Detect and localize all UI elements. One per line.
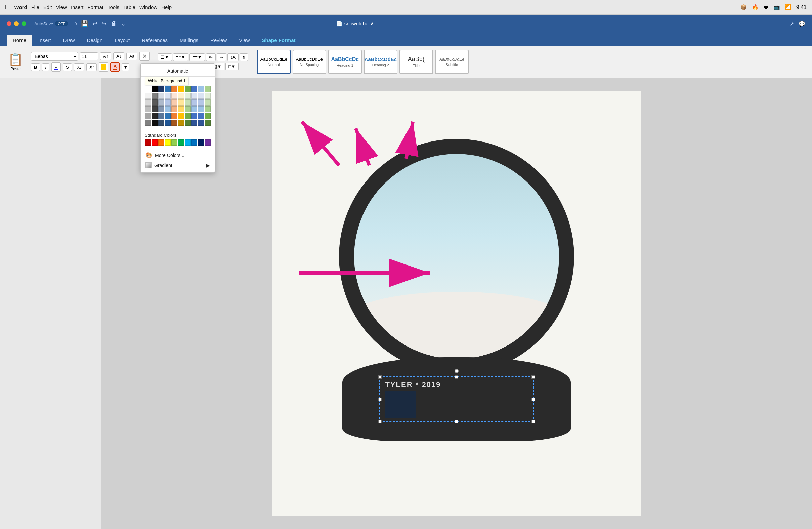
share-icon[interactable]: ↗ [789,20,794,27]
cp-shade-3-9[interactable] [198,106,204,112]
minimize-button[interactable] [14,21,19,26]
cp-std-orange[interactable] [158,140,164,145]
cp-std-purple[interactable] [205,140,211,145]
multilevel-list-button[interactable]: ≡≡▼ [189,54,205,61]
cp-shade-1-3[interactable] [158,93,164,99]
cp-shade-2-4[interactable] [164,99,171,105]
numbered-list-button[interactable]: ≡#▼ [173,54,188,61]
change-case-button[interactable]: Aa [126,53,137,60]
cp-color-gold[interactable] [178,86,184,92]
style-subtitle[interactable]: AaBbCcDdEe Subtitle [435,50,469,74]
cp-shade-5-3[interactable] [158,120,164,126]
autosave-toggle[interactable]: OFF [55,21,68,26]
cp-shade-3-4[interactable] [164,106,171,112]
cp-shade-4-8[interactable] [191,113,198,119]
handle-tm[interactable] [455,375,458,379]
tab-home[interactable]: Home [7,34,32,46]
cp-shade-5-5[interactable] [171,120,177,126]
cp-color-green[interactable] [185,86,191,92]
style-heading1[interactable]: AaBbCcDc Heading 1 [328,50,362,74]
font-color-dropdown-button[interactable]: ▼ [121,63,129,71]
decrease-indent-button[interactable]: ⇤ [206,54,216,61]
cp-shade-1-8[interactable] [191,93,198,99]
window-menu[interactable]: Window [140,4,157,10]
cp-shade-5-7[interactable] [185,120,191,126]
cp-color-white[interactable]: White, Background 1 [145,86,151,92]
cp-shade-1-6[interactable] [178,93,184,99]
cp-shade-4-4[interactable] [164,113,171,119]
cp-std-dark-red[interactable] [145,140,151,145]
tab-design[interactable]: Design [81,34,109,46]
cp-color-orange[interactable] [171,86,177,92]
style-title[interactable]: AaBb( Title [400,50,433,74]
handle-bl[interactable] [378,420,382,423]
app-name-menu[interactable]: Word [14,4,27,10]
cp-shade-3-5[interactable] [171,106,177,112]
cp-std-light-blue[interactable] [185,140,191,145]
redo-icon[interactable]: ↪ [101,20,106,27]
text-highlight-button[interactable]: A [99,62,108,72]
cp-color-light-green-2[interactable] [205,86,211,92]
cp-shade-3-3[interactable] [158,106,164,112]
selected-text-box[interactable]: TYLER * 2019 [379,376,534,422]
insert-menu[interactable]: Insert [71,4,84,10]
paste-button[interactable]: 📋 Paste [8,53,23,71]
file-menu[interactable]: File [31,4,39,10]
home-icon[interactable]: ⌂ [73,20,77,27]
close-button[interactable] [7,21,11,26]
save-icon[interactable]: 💾 [81,20,88,27]
subscript-button[interactable]: X₂ [74,63,85,71]
cp-shade-3-8[interactable] [191,106,198,112]
handle-br[interactable] [532,420,535,423]
font-size-decrease-button[interactable]: A↓ [113,53,124,60]
cp-more-colors-button[interactable]: 🎨 More Colors... [141,150,215,160]
cp-color-black[interactable] [151,86,158,92]
cp-shade-1-5[interactable] [171,93,177,99]
handle-mr[interactable] [532,398,535,401]
show-formatting-button[interactable]: ¶ [240,54,248,61]
font-size-increase-button[interactable]: A↑ [100,53,111,60]
tools-menu[interactable]: Tools [107,4,119,10]
cp-std-blue[interactable] [191,140,198,145]
cp-color-blue[interactable] [164,86,171,92]
cp-shade-2-9[interactable] [198,99,204,105]
comments-icon[interactable]: 💬 [799,20,805,27]
cp-shade-2-5[interactable] [171,99,177,105]
style-heading2[interactable]: AaBbCcDdEc Heading 2 [364,50,397,74]
cp-shade-3-2[interactable] [151,106,158,112]
cp-shade-5-1[interactable] [145,120,151,126]
print-icon[interactable]: 🖨 [111,20,117,27]
font-size-input[interactable] [80,53,98,60]
cp-shade-2-2[interactable] [151,99,158,105]
fullscreen-button[interactable] [21,21,26,26]
cp-gradient-button[interactable]: Gradient ▶ [141,160,215,170]
cp-std-light-green[interactable] [171,140,177,145]
cp-shade-5-8[interactable] [191,120,198,126]
cp-shade-1-4[interactable] [164,93,171,99]
format-menu[interactable]: Format [87,4,103,10]
cp-shade-1-7[interactable] [185,93,191,99]
cp-shade-4-10[interactable] [205,113,211,119]
cp-shade-3-6[interactable] [178,106,184,112]
cp-shade-2-6[interactable] [178,99,184,105]
cp-std-green[interactable] [178,140,184,145]
cp-shade-1-9[interactable] [198,93,204,99]
cp-shade-4-2[interactable] [151,113,158,119]
handle-tr[interactable] [532,375,535,379]
tab-layout[interactable]: Layout [108,34,136,46]
cp-shade-5-9[interactable] [198,120,204,126]
title-chevron[interactable]: ∨ [370,20,374,26]
cp-shade-3-1[interactable] [145,106,151,112]
tab-draw[interactable]: Draw [57,34,81,46]
tab-review[interactable]: Review [204,34,233,46]
cp-shade-2-10[interactable] [205,99,211,105]
cp-shade-5-6[interactable] [178,120,184,126]
cp-std-yellow[interactable] [164,140,171,145]
undo-icon[interactable]: ↩ [92,20,98,27]
cp-shade-4-1[interactable] [145,113,151,119]
view-menu[interactable]: View [56,4,67,10]
cp-color-dark-blue[interactable] [158,86,164,92]
tab-references[interactable]: References [136,34,174,46]
cp-shade-2-7[interactable] [185,99,191,105]
cp-shade-4-7[interactable] [185,113,191,119]
